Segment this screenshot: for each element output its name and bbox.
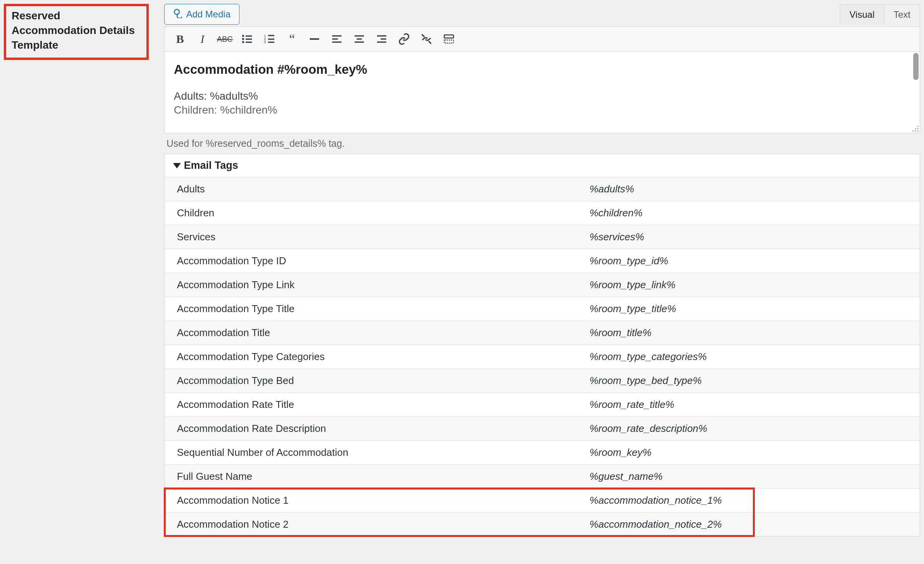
tag-label: Accommodation Rate Description [165,417,582,440]
editor-line-children: Children: %children% [174,102,910,118]
tag-label: Accommodation Notice 1 [165,489,582,512]
tag-value: %room_type_bed_type% [582,369,920,392]
bullet-list-button[interactable] [239,31,255,47]
tag-value: %adults% [582,177,920,201]
field-description: Used for %reserved_rooms_details% tag. [164,133,920,151]
blockquote-button[interactable]: “ [284,31,300,47]
bold-button[interactable]: B [172,31,188,47]
tag-row: Services%services% [165,225,920,249]
tag-value: %room_type_id% [582,249,920,273]
strikethrough-button[interactable]: ABC [217,31,233,47]
align-center-button[interactable] [352,31,367,47]
tag-value: %room_type_categories% [582,345,920,369]
rich-text-editor: B I ABC 123 “ [164,26,920,133]
italic-button[interactable]: I [195,31,210,47]
template-title: Reserved Accommodation Details Template [12,8,141,52]
align-left-button[interactable] [329,31,345,47]
align-right-button[interactable] [374,31,389,47]
unlink-button[interactable] [419,31,434,47]
svg-rect-10 [268,39,274,40]
svg-point-27 [917,126,919,127]
svg-rect-25 [444,35,454,38]
tag-row: Children%children% [165,201,920,225]
tag-value: %room_rate_title% [582,393,920,416]
tag-label: Accommodation Rate Title [165,393,582,416]
tag-value: %accommodation_notice_1% [582,489,920,512]
tab-visual[interactable]: Visual [840,5,884,25]
tag-label: Accommodation Type Link [165,273,582,297]
tag-row: Accommodation Type Title%room_type_title… [165,297,920,321]
tag-label: Adults [165,177,582,201]
tag-value: %guest_name% [582,465,920,488]
collapse-icon [173,163,181,168]
svg-rect-12 [268,42,274,43]
tag-row: Accommodation Title%room_title% [165,321,920,345]
tag-value: %room_rate_description% [582,417,920,440]
email-tags-panel: Email Tags Adults%adults%Children%childr… [164,154,920,537]
tag-label: Sequential Number of Accommodation [165,441,582,464]
template-title-box: Reserved Accommodation Details Template [4,4,149,60]
tag-value: %room_title% [582,321,920,345]
svg-rect-8 [268,35,274,36]
scrollbar-thumb[interactable] [913,53,919,80]
svg-point-1 [242,35,244,37]
tag-label: Accommodation Type Title [165,297,582,321]
editor-content-area[interactable]: Accommodation #%room_key% Adults: %adult… [165,52,920,129]
tag-value: %services% [582,225,920,249]
svg-rect-6 [246,42,252,43]
tag-value: %room_key% [582,441,920,464]
editor-toolbar: B I ABC 123 “ [165,27,920,52]
svg-rect-4 [246,39,252,40]
tag-value: %accommodation_notice_2% [582,513,920,536]
tag-value: %room_type_title% [582,297,920,321]
tag-label: Full Guest Name [165,465,582,488]
svg-point-28 [915,128,916,129]
tag-row: Accommodation Rate Title%room_rate_title… [165,392,920,416]
tag-label: Accommodation Type ID [165,249,582,273]
tag-row: Accommodation Type Link%room_type_link% [165,273,920,297]
svg-text:3: 3 [264,40,266,44]
tag-value: %room_type_link% [582,273,920,297]
editor-mode-tabs: Visual Text [840,4,920,25]
tag-label: Children [165,201,582,225]
tag-row: Accommodation Type Categories%room_type_… [165,345,920,369]
tag-row: Full Guest Name%guest_name% [165,464,920,488]
editor-heading: Accommodation #%room_key% [174,59,910,79]
tag-row: Accommodation Type Bed%room_type_bed_typ… [165,369,920,392]
tag-label: Accommodation Type Categories [165,345,582,369]
resize-grip-icon[interactable] [912,125,919,132]
tag-row: Accommodation Type ID%room_type_id% [165,249,920,273]
svg-line-23 [422,34,425,37]
add-media-label: Add Media [186,9,231,20]
svg-point-5 [242,41,244,43]
tag-label: Services [165,225,582,249]
svg-rect-26 [444,40,454,43]
horizontal-rule-button[interactable] [307,31,322,47]
tag-label: Accommodation Title [165,321,582,345]
insert-link-button[interactable] [396,31,412,47]
svg-line-24 [428,41,431,44]
tab-text[interactable]: Text [884,5,920,25]
add-media-button[interactable]: Add Media [164,4,239,25]
tag-row: Adults%adults% [165,177,920,201]
svg-point-29 [917,128,919,129]
svg-point-31 [915,131,916,132]
email-tags-toggle[interactable]: Email Tags [165,154,920,177]
tag-row: Accommodation Rate Description%room_rate… [165,416,920,440]
tag-label: Accommodation Notice 2 [165,513,582,536]
email-tags-title: Email Tags [184,160,238,172]
svg-rect-2 [246,36,252,37]
svg-point-32 [917,131,919,132]
media-icon [173,8,183,20]
tag-row: Accommodation Notice 1%accommodation_not… [165,488,920,512]
tag-row: Accommodation Notice 2%accommodation_not… [165,512,920,536]
tag-label: Accommodation Type Bed [165,369,582,392]
tag-value: %children% [582,201,920,225]
toolbar-toggle-button[interactable] [441,31,457,47]
numbered-list-button[interactable]: 123 [262,31,277,47]
svg-point-3 [242,38,244,40]
svg-point-30 [913,131,914,132]
svg-point-0 [174,9,179,14]
tag-row: Sequential Number of Accommodation%room_… [165,440,920,464]
email-tags-table: Adults%adults%Children%children%Services… [165,177,920,536]
